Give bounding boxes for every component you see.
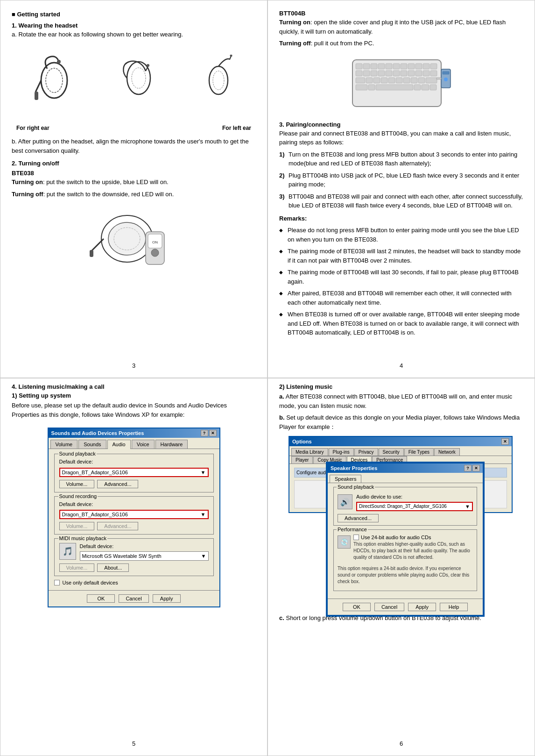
midi-default-label: Default device: bbox=[80, 542, 209, 550]
turning-on-text: Turning on: put the switch to the upside… bbox=[12, 178, 256, 187]
speaker-help-btn[interactable]: ? bbox=[464, 465, 472, 471]
speaker-cancel-btn[interactable]: Cancel bbox=[374, 603, 404, 611]
playback-device-value: Dragon_BT_Adaptor_SG106 bbox=[62, 470, 128, 475]
svg-rect-38 bbox=[401, 71, 407, 76]
tab-player[interactable]: Player bbox=[291, 456, 313, 464]
headset-image-1 bbox=[33, 55, 75, 111]
svg-rect-50 bbox=[411, 78, 417, 83]
tab-network[interactable]: Network bbox=[434, 448, 460, 456]
page-3: ■ Getting started 1. Wearing the headset… bbox=[0, 0, 268, 378]
recording-device-select[interactable]: Dragon_BT_Adaptor_SG106 ▼ bbox=[59, 510, 209, 519]
sound-recording-label: Sound recording bbox=[58, 493, 98, 499]
audio-device-select[interactable]: DirectSound: Dragon_3T_Adaptor_SG106 ▼ bbox=[356, 502, 473, 511]
speaker-ok-btn[interactable]: OK bbox=[343, 603, 371, 611]
sound-playback-label: Sound playback bbox=[58, 451, 97, 456]
btt-turning-off: Turning off: pull it out from the PC. bbox=[279, 39, 523, 48]
speaker-advanced-btn[interactable]: Advanced... bbox=[338, 514, 379, 522]
page-6: 2) Listening music a. After BTE038 conne… bbox=[268, 378, 535, 756]
svg-rect-57 bbox=[422, 85, 429, 90]
svg-rect-55 bbox=[376, 85, 413, 90]
dialog-tabs: Volume Sounds Audio Voice Hardware bbox=[49, 438, 219, 449]
default-devices-checkbox-row: Use only default devices bbox=[54, 580, 214, 585]
system-text: Before use, please set up the default au… bbox=[12, 401, 256, 419]
tab-sounds[interactable]: Sounds bbox=[78, 440, 106, 449]
close-button[interactable]: ✕ bbox=[209, 430, 217, 436]
about-button[interactable]: About... bbox=[97, 563, 129, 572]
default-devices-checkbox[interactable] bbox=[54, 580, 60, 585]
wearing-b-text: b. After putting on the headset, align t… bbox=[12, 137, 256, 155]
pairing-step-2: 2) Plug BTT004B into USB jack of PC, blu… bbox=[279, 171, 523, 189]
speaker-dialog: Speaker Properties ? ✕ Speakers Sound bbox=[326, 462, 485, 617]
svg-point-10 bbox=[230, 55, 232, 57]
tab-media-library[interactable]: Media Library bbox=[291, 448, 328, 456]
svg-rect-28 bbox=[408, 64, 415, 69]
tab-privacy[interactable]: Privacy bbox=[354, 448, 378, 456]
svg-rect-27 bbox=[401, 64, 407, 69]
help-button[interactable]: ? bbox=[201, 430, 208, 436]
tab-hardware[interactable]: Hardware bbox=[155, 440, 188, 449]
keyboard-svg bbox=[350, 55, 453, 111]
svg-rect-24 bbox=[378, 64, 385, 69]
tab-voice[interactable]: Voice bbox=[132, 440, 155, 449]
headset-svg-2 bbox=[118, 55, 160, 111]
volume-button-1[interactable]: Volume... bbox=[59, 480, 95, 488]
remark-4: After paired, BTE038 and BTT004B will re… bbox=[279, 289, 523, 307]
speaker-device-col: Audio device to use: DirectSound: Dragon… bbox=[356, 493, 473, 511]
apply-button[interactable]: Apply bbox=[153, 594, 181, 603]
use-24bit-checkbox[interactable] bbox=[353, 535, 359, 540]
remark-2: The pairing mode of BTE038 will last 2 m… bbox=[279, 247, 523, 265]
tab-audio[interactable]: Audio bbox=[107, 440, 131, 449]
page-number-3: 3 bbox=[132, 362, 135, 369]
wearing-title: 1. Wearing the headset bbox=[12, 22, 256, 29]
midi-device-select[interactable]: Microsoft GS Wavetable SW Synth ▼ bbox=[80, 551, 209, 561]
page-number-4: 4 bbox=[400, 362, 403, 369]
svg-text:ON: ON bbox=[152, 240, 158, 244]
headset-images bbox=[12, 45, 256, 120]
svg-point-5 bbox=[127, 62, 150, 94]
volume-button-3[interactable]: Volume... bbox=[59, 563, 95, 572]
svg-point-3 bbox=[57, 60, 61, 64]
volume-button-2[interactable]: Volume... bbox=[59, 522, 95, 530]
recording-buttons: Volume... Advanced... bbox=[59, 522, 209, 530]
svg-rect-30 bbox=[423, 64, 429, 69]
ok-button[interactable]: OK bbox=[87, 594, 115, 603]
speaker-outer-frame: Speaker Properties ? ✕ Speakers Sound bbox=[327, 463, 484, 616]
tab-file-types[interactable]: File Types bbox=[404, 448, 434, 456]
cancel-button[interactable]: Cancel bbox=[119, 594, 148, 603]
speaker-help-button[interactable]: Help bbox=[440, 603, 468, 611]
svg-rect-4 bbox=[35, 92, 38, 100]
svg-rect-22 bbox=[363, 64, 370, 69]
pairing-title: 3. Pairing/connecting bbox=[279, 121, 523, 128]
tab-security[interactable]: Security bbox=[379, 448, 404, 456]
svg-point-8 bbox=[209, 66, 228, 94]
svg-rect-47 bbox=[388, 78, 395, 83]
remarks-title: Remarks: bbox=[279, 214, 523, 223]
svg-rect-32 bbox=[356, 71, 362, 76]
svg-rect-41 bbox=[423, 71, 429, 76]
headset-switch-svg: ON bbox=[87, 208, 181, 269]
advanced-button-1[interactable]: Advanced... bbox=[97, 480, 138, 488]
audio-device-label: Audio device to use: bbox=[356, 493, 473, 501]
perf-icon: 💿 bbox=[338, 535, 351, 549]
options-titlebar: Options ✕ bbox=[289, 437, 512, 446]
svg-point-11 bbox=[213, 71, 224, 90]
perf-text-1: This option enables higher-quality audio… bbox=[353, 541, 473, 561]
tab-speakers[interactable]: Speakers bbox=[330, 475, 361, 483]
options-close-button[interactable]: ✕ bbox=[501, 438, 509, 445]
speaker-apply-btn[interactable]: Apply bbox=[408, 603, 436, 611]
tab-plugins[interactable]: Plug-ins bbox=[329, 448, 354, 456]
pairing-intro: Please pair and connect BTE038 and BTT00… bbox=[279, 129, 523, 147]
playback-device-select[interactable]: Dragon_BT_Adaptor_SG106 ▼ bbox=[59, 468, 209, 477]
midi-section: MIDI music playback 🎵 Default device: Mi… bbox=[54, 538, 214, 576]
page-4: BTT004B Turning on: open the slide cover… bbox=[268, 0, 535, 378]
speaker-close-btn[interactable]: ✕ bbox=[472, 465, 480, 471]
midi-label: MIDI music playback bbox=[58, 535, 107, 541]
advanced-button-2[interactable]: Advanced... bbox=[97, 522, 138, 530]
midi-device-value: Microsoft GS Wavetable SW Synth bbox=[82, 553, 162, 559]
options-titlebar-buttons: ✕ bbox=[501, 438, 509, 445]
svg-point-17 bbox=[151, 249, 159, 257]
tab-volume[interactable]: Volume bbox=[50, 440, 78, 449]
midi-device-col: Default device: Microsoft GS Wavetable S… bbox=[80, 542, 209, 561]
svg-point-61 bbox=[444, 78, 448, 81]
svg-rect-45 bbox=[373, 78, 380, 83]
